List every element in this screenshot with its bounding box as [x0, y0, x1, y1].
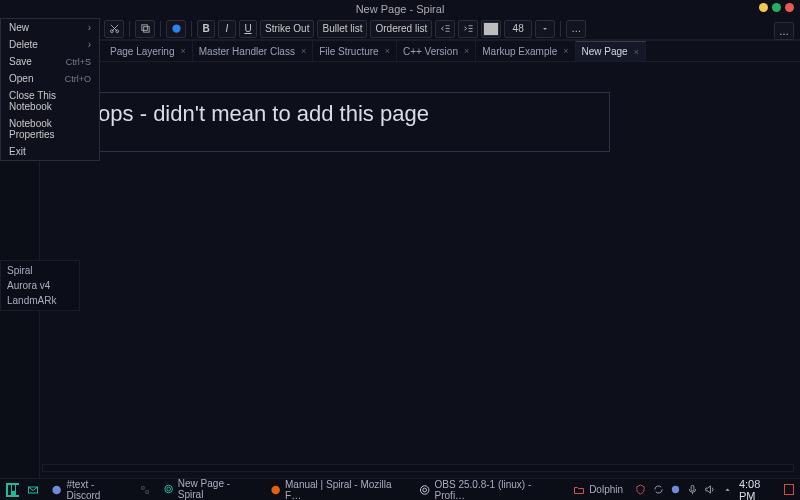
volume-icon[interactable]	[704, 484, 715, 496]
show-desktop-button[interactable]	[784, 484, 794, 495]
horizontal-scrollbar[interactable]	[42, 464, 794, 472]
svg-point-14	[672, 486, 679, 493]
svg-rect-15	[691, 485, 694, 491]
chevron-right-icon: ›	[88, 22, 91, 33]
minimize-button[interactable]	[759, 3, 768, 12]
page-tabs: Page Layering×Master Handler Class×File …	[100, 40, 800, 62]
notebook-landmark[interactable]: LandmARk	[1, 293, 79, 308]
svg-point-6	[53, 485, 61, 493]
menu-exit[interactable]: Exit	[1, 143, 99, 160]
tab-close-icon[interactable]: ×	[181, 46, 186, 56]
menu-close-this-notebook[interactable]: Close This Notebook	[1, 87, 99, 115]
globe-icon[interactable]	[166, 20, 186, 38]
font-size-dropdown[interactable]	[535, 20, 555, 38]
tab-label: Page Layering	[110, 46, 175, 57]
title-bar: New Page - Spiral	[0, 0, 800, 18]
tab-file-structure[interactable]: File Structure×	[313, 41, 397, 61]
cut-icon[interactable]	[104, 20, 124, 38]
taskbar: #text - Discord New Page - Spiral Manual…	[0, 478, 800, 500]
menu-delete[interactable]: Delete›	[1, 36, 99, 53]
window-controls	[759, 3, 794, 12]
tab-label: Markup Example	[482, 46, 557, 57]
svg-rect-2	[143, 27, 149, 33]
tab-new-page[interactable]: New Page×	[576, 41, 646, 61]
tab-close-icon[interactable]: ×	[634, 47, 639, 57]
indent-button[interactable]	[458, 20, 478, 38]
mail-icon[interactable]	[27, 484, 39, 496]
maximize-button[interactable]	[772, 3, 781, 12]
ordered-list-button[interactable]: Ordered list	[370, 20, 432, 38]
task-label: OBS 25.0.8-1 (linux) - Profi…	[435, 479, 558, 501]
file-menu: New›Delete›SaveCtrl+SOpenCtrl+OClose Thi…	[0, 18, 100, 161]
bold-button[interactable]: B	[197, 20, 215, 38]
task-dolphin[interactable]: Dolphin	[569, 484, 627, 496]
copy-icon[interactable]	[135, 20, 155, 38]
tab-markup-example[interactable]: Markup Example×	[476, 41, 575, 61]
italic-button[interactable]: I	[218, 20, 236, 38]
svg-point-4	[172, 24, 180, 32]
format-toolbar: B I U Strike Out Bullet list Ordered lis…	[100, 18, 800, 40]
menu-label: Notebook Properties	[9, 118, 91, 140]
clock[interactable]: 4:08 PM	[739, 478, 778, 501]
tab-label: Master Handler Class	[199, 46, 295, 57]
menu-label: Save	[9, 56, 32, 67]
tab-close-icon[interactable]: ×	[464, 46, 469, 56]
text-color-button[interactable]	[481, 20, 501, 38]
menu-label: Exit	[9, 146, 26, 157]
task-label: New Page - Spiral	[178, 478, 254, 500]
tab-master-handler-class[interactable]: Master Handler Class×	[193, 41, 313, 61]
folder-icon	[573, 484, 585, 496]
svg-rect-7	[142, 486, 145, 489]
task-label: Dolphin	[589, 484, 623, 495]
menu-shortcut: Ctrl+S	[66, 57, 91, 67]
firefox-icon	[270, 484, 281, 496]
window-title: New Page - Spiral	[356, 3, 445, 15]
svg-point-9	[164, 485, 172, 493]
tab-close-icon[interactable]: ×	[301, 46, 306, 56]
menu-open[interactable]: OpenCtrl+O	[1, 70, 99, 87]
toolbar-overflow-button[interactable]: …	[566, 20, 586, 38]
system-tray: 4:08 PM	[635, 478, 794, 501]
task-label: Manual | Spiral - Mozilla F…	[285, 479, 403, 501]
notebook-spiral[interactable]: Spiral	[1, 263, 79, 278]
close-button[interactable]	[785, 3, 794, 12]
strike-button[interactable]: Strike Out	[260, 20, 314, 38]
menu-label: New	[9, 22, 29, 33]
discord-icon	[51, 484, 62, 496]
shield-icon[interactable]	[635, 484, 646, 496]
editor-text[interactable]: Oops - didn't mean to add this page	[81, 101, 599, 127]
discord-tray-icon[interactable]	[670, 484, 681, 496]
svg-rect-3	[141, 25, 147, 31]
separator-icon	[139, 484, 150, 496]
tab-label: New Page	[582, 46, 628, 57]
svg-point-11	[271, 485, 279, 493]
svg-point-10	[166, 487, 170, 491]
task-discord[interactable]: #text - Discord	[47, 479, 131, 501]
menu-save[interactable]: SaveCtrl+S	[1, 53, 99, 70]
menu-new[interactable]: New›	[1, 19, 99, 36]
tab-page-layering[interactable]: Page Layering×	[104, 41, 193, 61]
editor-area[interactable]: Oops - didn't mean to add this page	[70, 92, 610, 152]
mic-icon[interactable]	[687, 484, 698, 496]
tab-c-version[interactable]: C++ Version×	[397, 41, 476, 61]
tab-label: C++ Version	[403, 46, 458, 57]
tray-expand-icon[interactable]	[722, 484, 733, 496]
underline-button[interactable]: U	[239, 20, 257, 38]
notebook-aurora-v4[interactable]: Aurora v4	[1, 278, 79, 293]
tab-close-icon[interactable]: ×	[385, 46, 390, 56]
task-obs[interactable]: OBS 25.0.8-1 (linux) - Profi…	[415, 479, 561, 501]
tab-label: File Structure	[319, 46, 378, 57]
task-spiral[interactable]: New Page - Spiral	[159, 478, 258, 500]
menu-label: Open	[9, 73, 33, 84]
font-size-select[interactable]: 48	[504, 20, 532, 38]
start-menu-icon[interactable]	[6, 483, 19, 497]
toolbar-overflow-right[interactable]: …	[774, 22, 794, 40]
task-firefox[interactable]: Manual | Spiral - Mozilla F…	[266, 479, 408, 501]
tab-close-icon[interactable]: ×	[563, 46, 568, 56]
update-icon[interactable]	[652, 484, 663, 496]
menu-notebook-properties[interactable]: Notebook Properties	[1, 115, 99, 143]
outdent-button[interactable]	[435, 20, 455, 38]
menu-label: Delete	[9, 39, 38, 50]
bullet-list-button[interactable]: Bullet list	[317, 20, 367, 38]
spiral-icon	[163, 483, 174, 495]
